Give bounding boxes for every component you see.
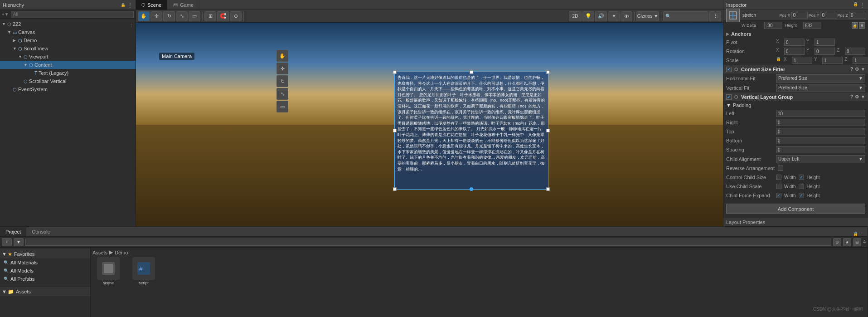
tree-item-eventsystem[interactable]: ▶ ⬡ EventSystem bbox=[0, 85, 136, 93]
handle-top-left[interactable] bbox=[393, 70, 397, 74]
rotate-tool-btn[interactable]: ↻ bbox=[163, 11, 175, 21]
tree-item-text-legacy[interactable]: ▶ T Text (Legacy) bbox=[0, 69, 136, 77]
child-alignment-dropdown[interactable]: Upper Left ▼ bbox=[776, 155, 865, 163]
expand-width-cb[interactable] bbox=[776, 193, 781, 198]
left-field[interactable] bbox=[776, 110, 865, 117]
pivot-y-field[interactable] bbox=[815, 39, 835, 46]
search-btn[interactable]: 🔍 bbox=[663, 11, 708, 21]
scale-z-field[interactable] bbox=[853, 57, 868, 64]
handle-top-right[interactable] bbox=[546, 70, 550, 74]
gizmos-btn[interactable]: Gizmos ▼ bbox=[636, 11, 659, 21]
tree-item-demo[interactable]: ▶ ⬡ Demo bbox=[0, 36, 136, 44]
project-search-input[interactable] bbox=[25, 239, 831, 246]
tree-item-viewport[interactable]: ▼ ⬡ Viewport bbox=[0, 53, 136, 61]
scale-y-field[interactable] bbox=[822, 57, 843, 64]
r-btn[interactable]: R bbox=[859, 22, 865, 29]
handle-bottom-left[interactable] bbox=[393, 187, 397, 191]
reverse-arrangement-cb[interactable] bbox=[778, 166, 783, 171]
sidebar-all-prefabs[interactable]: 🔍 All Prefabs bbox=[0, 275, 90, 283]
import-btn[interactable]: ▼ bbox=[14, 238, 24, 246]
help-icon[interactable]: ? bbox=[850, 67, 853, 72]
move-tool-btn[interactable]: ✛ bbox=[150, 11, 162, 21]
scale-x-field[interactable] bbox=[792, 57, 812, 64]
pos-y-field[interactable] bbox=[820, 12, 836, 19]
sidebar-all-materials[interactable]: 🔍 All Materials bbox=[0, 258, 90, 267]
audio-btn[interactable]: 🔊 bbox=[595, 11, 607, 21]
grid-view-btn[interactable]: ⊞ bbox=[853, 238, 861, 246]
lock-icon[interactable]: 🔒 bbox=[121, 3, 126, 7]
vlg-toggle[interactable] bbox=[726, 94, 732, 100]
handle-right-middle[interactable] bbox=[546, 129, 550, 132]
scene-rotate-btn[interactable]: ↻ bbox=[276, 75, 288, 87]
expand-height-cb[interactable] bbox=[799, 193, 804, 198]
right-field[interactable] bbox=[776, 119, 865, 126]
2d-btn[interactable]: 2D bbox=[569, 11, 582, 21]
rot-x-field[interactable] bbox=[784, 48, 805, 55]
tree-item-content[interactable]: ▼ ⬡ Content bbox=[0, 61, 136, 69]
vlg-settings-icon[interactable]: ⚙ bbox=[855, 94, 859, 99]
handle-bottom-right[interactable] bbox=[546, 187, 550, 191]
tab-console[interactable]: Console bbox=[26, 227, 55, 236]
hierarchy-search-input[interactable] bbox=[11, 11, 134, 18]
scene-hand-btn[interactable]: ✋ bbox=[276, 50, 288, 62]
content-size-fitter-header[interactable]: ⬡ Content Size Fitter ? ⚙ ▼ bbox=[723, 65, 868, 73]
filter-btn[interactable]: ⊙ bbox=[833, 238, 841, 246]
asset-item-2[interactable]: # script bbox=[128, 257, 160, 285]
sidebar-all-models[interactable]: 🔍 All Models bbox=[0, 267, 90, 275]
vlg-help-icon[interactable]: ? bbox=[850, 94, 853, 99]
tab-game[interactable]: 🎮 Game bbox=[167, 0, 199, 10]
vertical-fit-dropdown[interactable]: Preferred Size ▼ bbox=[776, 84, 865, 92]
lock-project-icon[interactable]: 🔒 bbox=[853, 232, 858, 236]
inspector-more-icon[interactable]: ⋮ bbox=[860, 2, 865, 8]
top-field[interactable] bbox=[776, 128, 865, 135]
lock-wh-btn[interactable]: 🔒 bbox=[852, 22, 858, 29]
pos-z-field[interactable] bbox=[849, 12, 865, 19]
content-size-fitter-toggle[interactable] bbox=[726, 67, 732, 72]
tree-item-scrollview[interactable]: ▼ ⬡ Scroll View bbox=[0, 44, 136, 53]
settings-icon[interactable]: ⚙ bbox=[855, 67, 859, 72]
collapse-icon[interactable]: ▼ bbox=[861, 67, 865, 72]
add-asset-btn[interactable]: + bbox=[2, 238, 12, 246]
tree-item-canvas[interactable]: ▼ ▭ Canvas bbox=[0, 28, 136, 36]
scene-move-btn[interactable]: ✛ bbox=[276, 63, 288, 74]
star-btn[interactable]: ★ bbox=[843, 238, 851, 246]
scale-width-cb[interactable] bbox=[776, 184, 781, 189]
favorites-header[interactable]: ▼ ★ Favorites bbox=[0, 249, 90, 258]
w-delta-field[interactable] bbox=[764, 22, 782, 29]
padding-subheader[interactable]: ▼ Padding bbox=[723, 101, 868, 109]
handle-top-middle[interactable] bbox=[470, 70, 473, 74]
rot-z-field[interactable] bbox=[845, 48, 865, 55]
vlg-collapse-icon[interactable]: ▼ bbox=[861, 94, 865, 99]
rot-y-field[interactable] bbox=[815, 48, 835, 55]
scale-tool-btn[interactable]: ⤡ bbox=[176, 11, 188, 21]
control-height-cb[interactable] bbox=[799, 175, 804, 180]
bottom-field[interactable] bbox=[776, 137, 865, 144]
effects-btn[interactable]: ✦ bbox=[608, 11, 620, 21]
assets-tree-header[interactable]: ▼ 📁 Assets bbox=[0, 287, 90, 296]
tab-project[interactable]: Project bbox=[0, 227, 26, 236]
pivot-x-field[interactable] bbox=[784, 39, 805, 46]
more-project-icon[interactable]: ⋮ bbox=[860, 232, 864, 236]
scale-height-cb[interactable] bbox=[799, 184, 804, 189]
vlg-header[interactable]: ⬡ Vertical Layout Group ? ⚙ ▼ bbox=[723, 93, 868, 101]
rect-tool-btn[interactable]: ▭ bbox=[189, 11, 200, 21]
add-component-btn[interactable]: Add Component bbox=[726, 204, 865, 214]
tab-scene[interactable]: ⬡ Scene bbox=[136, 0, 167, 10]
hidden-btn[interactable]: 👁 bbox=[621, 11, 632, 21]
more-scene-btn[interactable]: ⋮ bbox=[709, 11, 721, 21]
scene-scale-btn[interactable]: ⤡ bbox=[276, 88, 288, 100]
light-btn[interactable]: 💡 bbox=[582, 11, 594, 21]
tree-item-scrollbar[interactable]: ▶ ⬡ Scrollbar Vertical bbox=[0, 77, 136, 85]
control-width-cb[interactable] bbox=[776, 175, 781, 180]
height-field[interactable] bbox=[803, 22, 821, 29]
anchors-section-header[interactable]: ▶ Anchors bbox=[723, 30, 868, 38]
tree-item-222[interactable]: ▼ ⬡ 222 ⋮ bbox=[0, 20, 136, 28]
snap-btn[interactable]: 🧲 bbox=[217, 11, 229, 21]
breadcrumb-demo[interactable]: Demo bbox=[115, 250, 128, 255]
asset-item-1[interactable]: scene bbox=[92, 257, 124, 285]
item-dots-icon[interactable]: ⋮ bbox=[129, 22, 134, 27]
more-options-icon[interactable]: ⋮ bbox=[127, 2, 133, 8]
scene-rect-btn[interactable]: ▭ bbox=[276, 101, 288, 112]
handle-left-middle[interactable] bbox=[393, 129, 397, 132]
pos-x-field[interactable] bbox=[791, 12, 808, 19]
